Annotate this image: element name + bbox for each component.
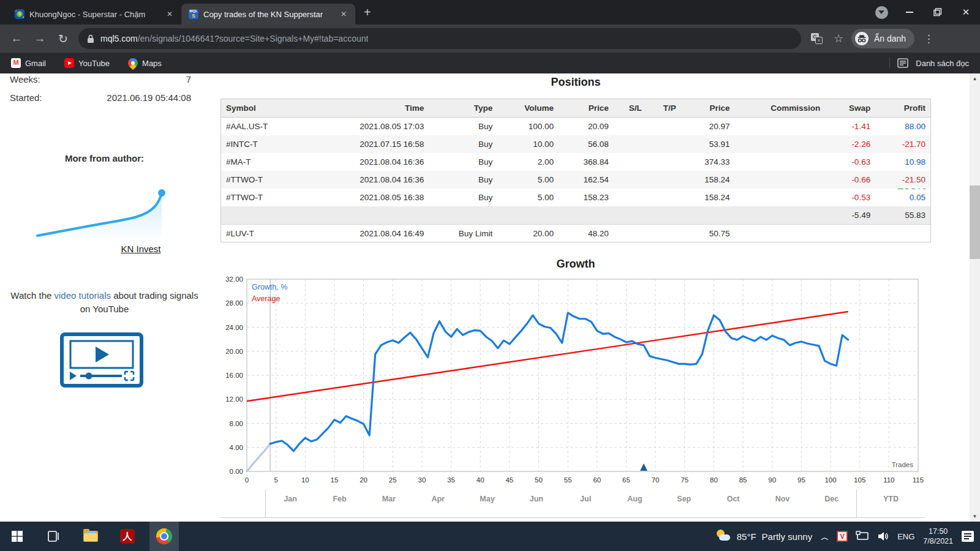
chrome-button[interactable] [149,522,179,551]
author-signal-link[interactable]: KN Invest [67,244,214,254]
table-row: #LUV-T2021.08.04 16:49Buy Limit20.0048.2… [221,224,930,242]
cell-symbol: #AAL.US-T [221,122,325,131]
x-tick-label: 60 [593,476,601,484]
month-column-header: Mar [364,490,413,517]
scrollbar-thumb[interactable] [970,186,980,259]
cell-price: 368.84 [559,157,614,167]
new-tab-button[interactable]: + [364,6,371,20]
close-icon: ✕ [962,7,970,18]
x-tick-label: 95 [797,476,805,484]
minimize-button[interactable] [895,0,924,24]
scroll-up-icon[interactable]: ▲ [970,73,980,84]
speaker-icon[interactable] [877,531,889,542]
started-label: Started: [10,92,42,103]
tab-khuongngoc[interactable]: $ KhuongNgoc - Superstar - Chậm ✕ [7,4,181,24]
legend-label: Average [252,294,280,303]
tray-expand-icon[interactable]: ︿ [821,532,829,543]
x-tick-label: 110 [883,476,894,484]
cell-price2: Price [681,103,735,113]
lock-icon [87,34,94,43]
cell-swap: -0.53 [825,193,875,202]
weather-widget[interactable]: 85°F Partly sunny [715,530,812,543]
cell-swap: -5.49 [825,211,875,220]
bookmark-youtube[interactable]: YouTube [64,58,110,68]
scroll-down-icon[interactable]: ▼ [970,511,980,522]
back-button[interactable]: ← [5,32,28,45]
partly-sunny-icon [715,530,731,543]
chrome-icon [156,528,172,544]
taskbar-right: 85°F Partly sunny ︿ V ENG 17:50 7/8/2021 [715,527,980,546]
reading-list-button[interactable]: Danh sách đọc [889,58,969,69]
bookmark-star-icon[interactable]: ☆ [829,32,848,45]
y-tick-label: 32.00 [225,276,243,283]
table-row: #AAL.US-T2021.08.05 17:03Buy100.0020.092… [221,118,930,135]
weeks-value: 7 [186,74,191,84]
scrollbar[interactable]: ▲ ▼ [970,73,980,522]
table-row: #MA-T2021.08.04 16:36Buy2.00368.84374.33… [221,153,930,171]
bookmark-gmail[interactable]: M Gmail [11,58,46,68]
cell-profit: -21.50 [875,175,930,184]
tab-close-icon[interactable]: ✕ [338,9,349,20]
language-indicator[interactable]: ENG [897,532,914,541]
windows-logo-icon [12,531,23,542]
v-app-tray-icon[interactable]: V [837,531,848,542]
network-display-icon[interactable] [856,531,869,542]
month-column-header: Feb [315,490,364,517]
task-view-button[interactable] [39,522,69,551]
cell-price2: 53.91 [681,140,735,149]
positions-table: SymbolTimeTypeVolumePriceS/LT/PPriceComm… [221,99,931,242]
restore-button[interactable] [924,0,952,24]
incognito-icon [854,31,869,46]
file-explorer-icon [83,531,98,542]
cell-time: 2021.07.15 16:58 [325,140,429,149]
video-tutorials-link[interactable]: video tutorials [54,290,111,301]
video-tutorials-text: Watch the video tutorials about trading … [5,289,204,316]
forward-button[interactable]: → [28,32,51,45]
tab-search-button[interactable] [867,0,895,24]
month-column-header: May [462,490,511,517]
incognito-badge[interactable]: Ẩn danh [851,29,914,48]
weather-temp: 85°F [737,531,756,542]
deposit-marker-icon [640,463,647,471]
x-tick-label: 35 [447,476,455,484]
acrobat-button[interactable]: 人 [113,522,142,551]
file-explorer-button[interactable] [76,522,105,551]
video-player-icon[interactable] [60,332,143,388]
close-window-button[interactable]: ✕ [952,0,980,24]
translate-icon[interactable]: Gx [807,32,826,45]
tab-close-icon[interactable]: ✕ [164,9,175,20]
cell-swap: -2.26 [825,140,875,149]
reload-button[interactable]: ↻ [51,32,75,46]
cell-symbol: Symbol [221,103,325,113]
x-tick-label: 20 [360,476,368,484]
cell-swap: -1.41 [825,122,875,131]
url-bar[interactable]: mql5.com/en/signals/1046641?source=Site+… [78,28,801,49]
start-button[interactable] [2,522,32,551]
growth-line-intro [247,444,270,471]
x-tick-label: 75 [680,476,688,484]
browser-menu-icon[interactable]: ⋮ [918,32,939,45]
reading-list-icon [897,58,908,68]
month-column-header: Aug [610,490,659,517]
action-center-icon[interactable] [962,531,974,542]
month-column-header: Jul [561,490,610,517]
tab-title: Copy trades of the KN Supperstar [203,10,333,19]
cell-price2: 20.97 [681,122,735,131]
clock[interactable]: 17:50 7/8/2021 [923,527,953,546]
taskbar: 人 85°F Partly sunny ︿ V [0,522,980,551]
cell-type: Buy [429,122,497,131]
cell-price2: 158.24 [681,175,735,184]
weather-text: Partly sunny [762,531,813,542]
bookmark-maps[interactable]: Maps [128,58,162,68]
x-tick-label: 0 [245,476,249,484]
x-tick-label: 70 [652,476,660,484]
gmail-icon: M [11,58,21,68]
author-mini-chart[interactable] [34,174,168,242]
cell-time: 2021.08.04 16:36 [325,175,429,184]
cell-volume: 2.00 [497,157,559,167]
tab-mql5-active[interactable]: MQL5 Copy trades of the KN Supperstar ✕ [181,4,355,24]
window-controls: ✕ [867,0,980,24]
incognito-label: Ẩn danh [874,34,906,43]
tab-title: KhuongNgoc - Superstar - Chậm [29,10,159,19]
toolbar-right-cluster: Gx ☆ Ẩn danh ⋮ [807,29,939,48]
